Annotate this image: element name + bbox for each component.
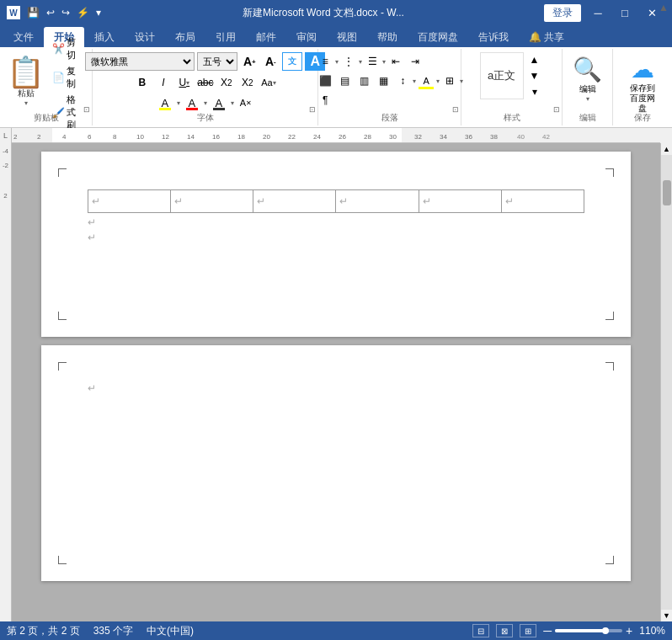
document-area[interactable]: ↵ ↵ ↵ ↵ ↵ ↵ ↵ ↵ ↵ — [12, 143, 660, 621]
page2-corner-tr — [605, 362, 614, 371]
paragraph-group: ≡ ▾ ⋮ ▾ ☰ ▾ ⇤ ⇥ ⬛ ▤ ▥ ▦ ↕ ▾ A ▾ — [318, 49, 461, 125]
view-read-btn[interactable]: ⊞ — [520, 624, 536, 637]
customize-btn[interactable]: ▾ — [94, 7, 103, 19]
table-cell[interactable]: ↵ — [336, 190, 419, 213]
tab-insert[interactable]: 插入 — [84, 27, 125, 47]
undo-btn[interactable]: ↩ — [45, 7, 56, 19]
zoom-slider[interactable] — [555, 629, 622, 632]
statusbar: 第 2 页，共 2 页 335 个字 中文(中国) ⊟ ⊠ ⊞ ─ + 110% — [0, 621, 672, 640]
align-left-btn[interactable]: ⬛ — [316, 72, 334, 90]
bold-button[interactable]: B — [133, 73, 152, 92]
decrease-indent-btn[interactable]: ⇤ — [387, 52, 405, 71]
clipboard-expand-icon[interactable]: ⊡ — [83, 105, 90, 114]
corner-bl — [58, 312, 67, 320]
font-color-btn[interactable]: A — [183, 93, 201, 112]
login-button[interactable]: 登录 — [544, 4, 581, 22]
strikethrough-button[interactable]: abc — [196, 73, 215, 92]
font-expand-icon[interactable]: ⊡ — [309, 105, 316, 114]
tab-baidu[interactable]: 百度网盘 — [408, 27, 468, 47]
numbered-dd[interactable]: ▾ — [359, 58, 362, 66]
align-center-btn[interactable]: ▤ — [335, 72, 354, 90]
font-size-select[interactable]: 五号 — [197, 52, 237, 71]
vertical-ruler: -4 -2 2 — [0, 143, 12, 621]
scrollbar-thumb[interactable] — [663, 180, 671, 205]
find-button[interactable]: 🔍 编辑 ▾ — [566, 52, 609, 106]
increase-indent-btn[interactable]: ⇥ — [406, 52, 424, 71]
style-scroll-down[interactable]: ▼ — [525, 68, 544, 83]
highlight-btn[interactable]: A — [156, 93, 174, 112]
style-normal[interactable]: a正文 — [480, 52, 524, 99]
clear-format-btn[interactable]: A✕ — [237, 93, 255, 112]
tab-help[interactable]: 帮助 — [367, 27, 408, 47]
style-label: 样式 — [461, 112, 562, 124]
highlight-dd[interactable]: ▾ — [177, 99, 180, 107]
italic-button[interactable]: I — [154, 73, 173, 92]
scrollbar-track[interactable] — [661, 155, 673, 610]
maximize-button[interactable]: □ — [611, 0, 638, 25]
wen-icon[interactable]: 文 — [282, 52, 302, 71]
table-cell[interactable]: ↵ — [253, 190, 336, 213]
font-color-dd[interactable]: ▾ — [204, 99, 207, 107]
collapse-ribbon-btn[interactable]: ▲ — [659, 2, 669, 13]
view-web-btn[interactable]: ⊠ — [496, 624, 513, 637]
align-right-btn[interactable]: ▥ — [355, 72, 373, 90]
baidu-save-button[interactable]: ☁ 保存到百度网盘 — [620, 52, 665, 117]
vertical-scrollbar: ▲ ▼ — [660, 143, 672, 621]
font-name-select[interactable]: 微软雅黑 — [85, 52, 195, 71]
table-cell[interactable]: ↵ — [171, 190, 253, 213]
decrease-font-btn[interactable]: A- — [261, 52, 280, 71]
table-cell[interactable]: ↵ — [88, 190, 171, 213]
more-quick-btn[interactable]: ⚡ — [75, 7, 91, 19]
tab-view[interactable]: 视图 — [327, 27, 367, 47]
multilevel-list-btn[interactable]: ☰ — [363, 52, 381, 71]
minimize-button[interactable]: ─ — [584, 0, 611, 25]
tab-tell-me[interactable]: 告诉我 — [468, 27, 519, 47]
tab-review[interactable]: 审阅 — [286, 27, 327, 47]
shading-btn[interactable]: A — [417, 72, 435, 90]
tab-mailings[interactable]: 邮件 — [246, 27, 286, 47]
zoom-plus-btn[interactable]: + — [626, 625, 632, 637]
border-btn[interactable]: ⊞ — [440, 72, 459, 90]
paragraph-expand-icon[interactable]: ⊡ — [452, 105, 459, 114]
shading-dd[interactable]: ▾ — [436, 77, 440, 85]
paragraph-mark-1: ↵ — [88, 216, 584, 228]
scroll-up-btn[interactable]: ▲ — [661, 143, 673, 155]
show-formatting-btn[interactable]: ¶ — [316, 91, 334, 109]
copy-button[interactable]: 📄 复制 — [50, 64, 87, 91]
table-cell[interactable]: ↵ — [419, 190, 501, 213]
bullet-list-btn[interactable]: ≡ — [316, 52, 334, 71]
tab-share[interactable]: 🔔 共享 — [519, 27, 574, 47]
titlebar-right: 登录 ─ □ ✕ — [544, 0, 665, 25]
scroll-down-btn[interactable]: ▼ — [661, 610, 673, 621]
change-case-btn[interactable]: Aa▾ — [259, 73, 278, 92]
subscript-button[interactable]: X2 — [217, 73, 236, 92]
numbered-list-btn[interactable]: ⋮ — [339, 52, 358, 71]
cut-button[interactable]: ✂️ 剪切 — [50, 35, 87, 62]
font-color2-dd[interactable]: ▾ — [231, 99, 234, 107]
style-expand[interactable]: ▾ — [525, 84, 544, 99]
tab-design[interactable]: 设计 — [125, 27, 165, 47]
superscript-button[interactable]: X2 — [238, 73, 257, 92]
table-cell[interactable]: ↵ — [501, 190, 584, 213]
justify-btn[interactable]: ▦ — [374, 72, 392, 90]
bullet-dd[interactable]: ▾ — [335, 58, 339, 66]
doc-table[interactable]: ↵ ↵ ↵ ↵ ↵ ↵ — [88, 189, 584, 213]
style-scroll-up[interactable]: ▲ — [525, 52, 544, 67]
line-spacing-btn[interactable]: ↕ — [393, 72, 412, 90]
redo-btn[interactable]: ↪ — [60, 7, 72, 19]
tab-references[interactable]: 引用 — [205, 27, 246, 47]
save-quick-btn[interactable]: 💾 — [25, 7, 41, 19]
style-expand-icon[interactable]: ⊡ — [553, 105, 560, 114]
font-color2-btn[interactable]: A — [210, 93, 228, 112]
view-print-btn[interactable]: ⊟ — [472, 624, 489, 637]
paragraph-label: 段落 — [318, 112, 461, 124]
tab-layout[interactable]: 布局 — [165, 27, 205, 47]
style-group: a正文 ▲ ▼ ▾ 样式 ⊡ — [461, 49, 563, 125]
multilevel-dd[interactable]: ▾ — [382, 58, 386, 66]
ribbon: 📋 粘贴 ▾ ✂️ 剪切 📄 复制 🖌️ 格式刷 — [0, 47, 672, 128]
zoom-minus-btn[interactable]: ─ — [543, 625, 552, 637]
underline-button[interactable]: U▾ — [175, 73, 194, 92]
spacing-dd[interactable]: ▾ — [413, 77, 416, 85]
paste-button[interactable]: 📋 粘贴 ▾ — [3, 56, 48, 109]
increase-font-btn[interactable]: A+ — [240, 52, 259, 71]
